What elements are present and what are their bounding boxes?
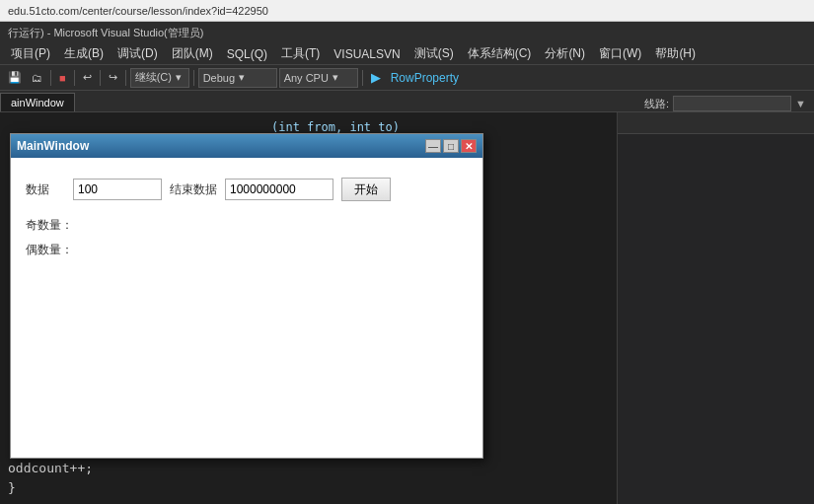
tab-label: ainWindow bbox=[11, 97, 64, 108]
search-label: 线路: bbox=[644, 97, 669, 111]
menu-item-build[interactable]: 生成(B) bbox=[57, 43, 111, 64]
continue-dropdown[interactable]: 继续(C) ▾ bbox=[130, 68, 189, 88]
main-window-tab[interactable]: ainWindow bbox=[0, 93, 75, 111]
menu-item-analyze[interactable]: 分析(N) bbox=[538, 43, 592, 64]
dialog-close-button[interactable]: ✕ bbox=[461, 139, 477, 153]
debug-arrow: ▾ bbox=[239, 71, 245, 84]
toolbar: 💾 🗂 ■ ↩ ↪ 继续(C) ▾ Debug ▾ Any CPU ▾ ▶ Ro… bbox=[0, 65, 814, 91]
menu-item-visualsvn[interactable]: VISUALSVN bbox=[327, 45, 407, 63]
right-panel-header bbox=[618, 112, 814, 134]
start-button[interactable]: 开始 bbox=[341, 178, 391, 201]
cpu-label: Any CPU bbox=[284, 72, 329, 84]
code-line-2: } bbox=[8, 478, 411, 498]
menu-item-window[interactable]: 窗口(W) bbox=[592, 43, 648, 64]
dialog-title: MainWindow bbox=[17, 139, 89, 153]
menu-item-help[interactable]: 帮助(H) bbox=[648, 43, 703, 64]
undo-button[interactable]: ↩ bbox=[79, 69, 96, 86]
result-row-2: 偶数量： bbox=[26, 242, 468, 258]
result2-label: 偶数量： bbox=[26, 242, 73, 258]
dialog-minimize-button[interactable]: — bbox=[425, 139, 441, 153]
browser-address-bar: edu.51cto.com/center/course/lesson/index… bbox=[0, 0, 814, 22]
redo-button[interactable]: ↪ bbox=[105, 69, 121, 86]
dialog-input-row: 数据 结束数据 开始 bbox=[26, 178, 468, 201]
right-panel bbox=[617, 112, 814, 504]
cpu-arrow: ▾ bbox=[333, 71, 338, 84]
save-all-button[interactable]: 🗂 bbox=[28, 70, 46, 86]
tab-area: ainWindow 线路: ▼ bbox=[0, 91, 814, 112]
title-bar: 行运行) - Microsoft Visual Studio(管理员) bbox=[0, 22, 814, 43]
result1-label: 奇数量： bbox=[26, 217, 73, 234]
toolbar-separator-4 bbox=[125, 70, 126, 86]
scroll-down-icon[interactable]: ▼ bbox=[795, 98, 806, 109]
menu-item-sql[interactable]: SQL(Q) bbox=[220, 45, 274, 63]
row-property-label[interactable]: RowProperty bbox=[391, 71, 459, 85]
toolbar-separator-5 bbox=[193, 70, 194, 86]
dialog-window: MainWindow — □ ✕ 数据 结束数据 开始 奇数量： bbox=[10, 133, 483, 459]
toolbar-separator-2 bbox=[74, 70, 75, 86]
toolbar-separator-3 bbox=[100, 70, 101, 86]
end-data-input[interactable] bbox=[225, 179, 333, 200]
menu-item-debug[interactable]: 调试(D) bbox=[111, 43, 165, 64]
start-data-label: 数据 bbox=[26, 181, 65, 198]
continue-arrow: ▾ bbox=[176, 71, 182, 84]
menu-bar: 项目(P) 生成(B) 调试(D) 团队(M) SQL(Q) 工具(T) VIS… bbox=[0, 43, 814, 65]
dialog-content: 数据 结束数据 开始 奇数量： 偶数量： bbox=[11, 158, 482, 458]
code-hint: (int from, int to) bbox=[271, 120, 400, 134]
save-button[interactable]: 💾 bbox=[4, 69, 26, 86]
ide-title: 行运行) - Microsoft Visual Studio(管理员) bbox=[8, 26, 203, 40]
code-editor[interactable]: oddcount++; } bbox=[0, 455, 419, 504]
dialog-controls: — □ ✕ bbox=[425, 139, 477, 153]
menu-item-arch[interactable]: 体系结构(C) bbox=[461, 43, 539, 64]
end-data-label: 结束数据 bbox=[170, 181, 217, 198]
menu-item-project[interactable]: 项目(P) bbox=[4, 43, 57, 64]
start-data-input[interactable] bbox=[73, 179, 162, 200]
menu-item-test[interactable]: 测试(S) bbox=[407, 43, 461, 64]
result-row-1: 奇数量： bbox=[26, 217, 468, 234]
continue-label: 继续(C) bbox=[135, 70, 172, 85]
stop-button[interactable]: ■ bbox=[55, 70, 70, 86]
cpu-dropdown[interactable]: Any CPU ▾ bbox=[279, 68, 358, 88]
search-input[interactable] bbox=[673, 96, 791, 111]
ide-container: 行运行) - Microsoft Visual Studio(管理员) 项目(P… bbox=[0, 22, 814, 504]
debug-mode-dropdown[interactable]: Debug ▾ bbox=[198, 68, 277, 88]
debug-mode-label: Debug bbox=[203, 72, 235, 84]
toolbar-separator-6 bbox=[362, 70, 363, 86]
right-panel-content bbox=[618, 134, 814, 504]
code-line-1: oddcount++; bbox=[8, 459, 411, 478]
dialog-maximize-button[interactable]: □ bbox=[443, 139, 459, 153]
menu-item-tools[interactable]: 工具(T) bbox=[274, 43, 327, 64]
toolbar-separator-1 bbox=[50, 70, 51, 86]
menu-item-team[interactable]: 团队(M) bbox=[165, 43, 220, 64]
browser-url: edu.51cto.com/center/course/lesson/index… bbox=[8, 5, 268, 17]
dialog-title-bar: MainWindow — □ ✕ bbox=[11, 134, 482, 158]
